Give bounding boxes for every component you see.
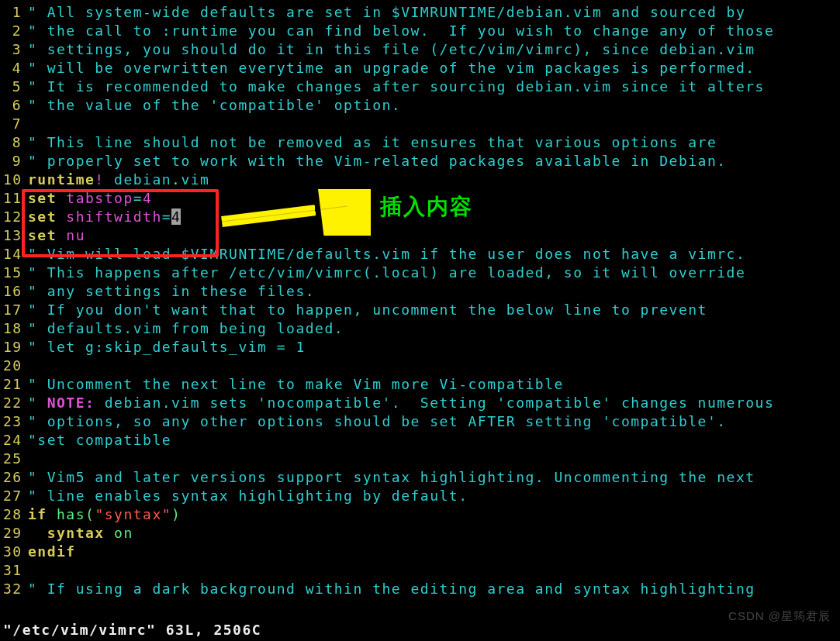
line-number: 12 <box>3 208 22 226</box>
cursor: 4 <box>171 208 181 225</box>
code-line[interactable]: 15" This happens after /etc/vim/vimrc(.l… <box>3 264 774 282</box>
code-line[interactable]: 21" Uncomment the next line to make Vim … <box>3 375 774 394</box>
code-line[interactable]: 13set nu <box>3 226 774 245</box>
line-number: 11 <box>3 189 22 208</box>
code-line[interactable]: 17" If you don't want that to happen, un… <box>3 301 774 319</box>
code-line[interactable]: 19" let g:skip_defaults_vim = 1 <box>3 338 774 357</box>
line-number: 3 <box>3 40 22 59</box>
code-line[interactable]: 27" line enables syntax highlighting by … <box>3 487 774 505</box>
arrow-icon <box>216 189 371 236</box>
code-line[interactable]: 25 <box>3 450 774 468</box>
code-line[interactable]: 29 syntax on <box>3 524 774 543</box>
line-number: 13 <box>3 226 22 245</box>
code-line[interactable]: 23" options, so any other options should… <box>3 412 774 431</box>
line-number: 23 <box>3 412 22 431</box>
code-line[interactable]: 1" All system-wide defaults are set in $… <box>3 3 774 22</box>
code-line[interactable]: 6" the value of the 'compatible' option. <box>3 96 774 115</box>
code-line[interactable]: 7 <box>3 115 774 133</box>
line-number: 1 <box>3 3 22 22</box>
line-number: 20 <box>3 357 22 375</box>
line-number: 31 <box>3 561 22 580</box>
line-number: 5 <box>3 78 22 96</box>
code-line[interactable]: 24"set compatible <box>3 431 774 450</box>
code-line[interactable]: 31 <box>3 561 774 580</box>
line-number: 6 <box>3 96 22 115</box>
code-line[interactable]: 5" It is recommended to make changes aft… <box>3 78 774 96</box>
code-line[interactable]: 20 <box>3 357 774 375</box>
line-number: 15 <box>3 264 22 282</box>
line-number: 9 <box>3 152 22 171</box>
line-number: 10 <box>3 171 22 189</box>
code-line[interactable]: 18" defaults.vim from being loaded. <box>3 319 774 338</box>
code-line[interactable]: 14" Vim will load $VIMRUNTIME/defaults.v… <box>3 245 774 264</box>
line-number: 30 <box>3 543 22 561</box>
line-number: 22 <box>3 394 22 412</box>
line-number: 28 <box>3 505 22 524</box>
code-line[interactable]: 2" the call to :runtime you can find bel… <box>3 22 774 40</box>
line-number: 26 <box>3 468 22 487</box>
line-number: 17 <box>3 301 22 319</box>
code-line[interactable]: 9" properly set to work with the Vim-rel… <box>3 152 774 171</box>
code-line[interactable]: 16" any settings in these files. <box>3 282 774 301</box>
line-number: 16 <box>3 282 22 301</box>
code-line[interactable]: 10runtime! debian.vim <box>3 171 774 189</box>
code-line[interactable]: 32" If using a dark background within th… <box>3 580 774 598</box>
line-number: 14 <box>3 245 22 264</box>
line-number: 29 <box>3 524 22 543</box>
code-line[interactable]: 4" will be overwritten everytime an upgr… <box>3 59 774 78</box>
line-number: 2 <box>3 22 22 40</box>
code-line[interactable]: 28if has("syntax") <box>3 505 774 524</box>
code-line[interactable]: 30endif <box>3 543 774 561</box>
line-number: 4 <box>3 59 22 78</box>
line-number: 25 <box>3 450 22 468</box>
line-number: 32 <box>3 580 22 598</box>
vim-editor[interactable]: 1" All system-wide defaults are set in $… <box>0 0 840 641</box>
code-line[interactable]: 8" This line should not be removed as it… <box>3 133 774 152</box>
line-number: 8 <box>3 133 22 152</box>
code-line[interactable]: 3" settings, you should do it in this fi… <box>3 40 774 59</box>
line-number: 21 <box>3 375 22 394</box>
line-number: 19 <box>3 338 22 357</box>
annotation-label: 插入内容 <box>380 192 473 222</box>
line-number: 7 <box>3 115 22 133</box>
line-number: 24 <box>3 431 22 450</box>
line-number: 18 <box>3 319 22 338</box>
line-number: 27 <box>3 487 22 505</box>
status-bar: "/etc/vim/vimrc" 63L, 2506C <box>3 622 261 638</box>
code-line[interactable]: 26" Vim5 and later versions support synt… <box>3 468 774 487</box>
code-area[interactable]: 1" All system-wide defaults are set in $… <box>0 3 774 598</box>
watermark: CSDN @星筠君辰 <box>728 609 831 624</box>
code-line[interactable]: 22" NOTE: debian.vim sets 'nocompatible'… <box>3 394 774 412</box>
